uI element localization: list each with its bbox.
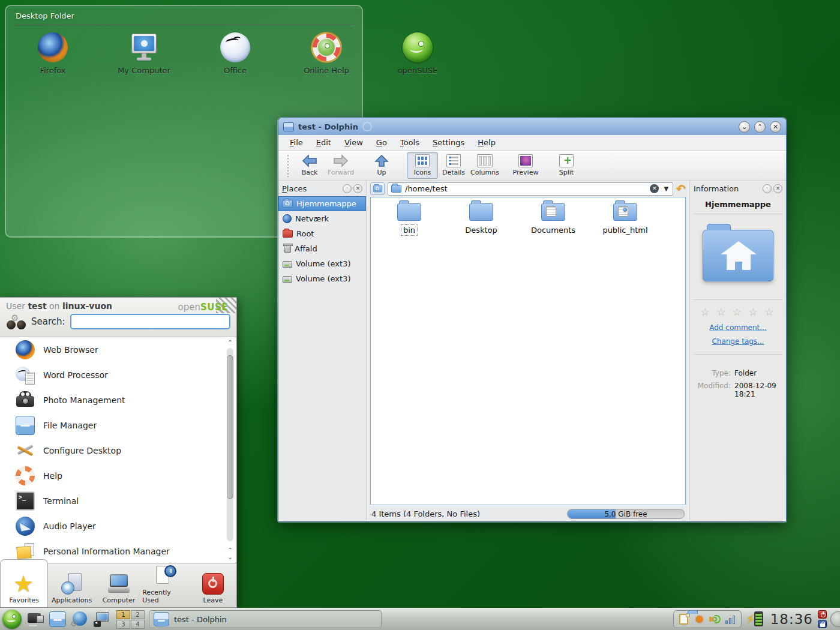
details-view-button[interactable]: Details: [438, 152, 469, 178]
columns-view-button[interactable]: Columns: [469, 152, 500, 178]
folder-view[interactable]: bin Desktop Documents public_html: [370, 197, 686, 505]
search-input[interactable]: [70, 314, 230, 329]
tab-favorites[interactable]: ★ Favorites: [0, 559, 48, 607]
tab-leave[interactable]: Leave: [190, 563, 236, 607]
kickoff-item-help[interactable]: Help: [0, 463, 236, 488]
menu-edit[interactable]: Edit: [311, 136, 337, 149]
menu-settings[interactable]: Settings: [427, 136, 470, 149]
preview-button[interactable]: Preview: [510, 152, 541, 178]
place-trash[interactable]: Affald: [278, 241, 366, 256]
desktop-2-cell[interactable]: 2: [131, 610, 145, 619]
kickoff-item-terminal[interactable]: Terminal: [0, 488, 236, 514]
file-manager-launcher-icon[interactable]: [49, 611, 66, 627]
up-button[interactable]: Up: [366, 152, 397, 178]
leave-power-icon[interactable]: [818, 610, 827, 619]
place-network[interactable]: Netværk: [278, 211, 366, 226]
hostname: linux-vuon: [62, 301, 112, 311]
scrollbar-thumb[interactable]: [227, 355, 233, 499]
menu-bar: File Edit View Go Tools Settings Help: [278, 135, 786, 151]
kickoff-item-web-browser[interactable]: Web Browser: [0, 337, 236, 362]
back-button[interactable]: Back: [294, 152, 325, 178]
desktop-1-cell[interactable]: 1: [116, 610, 130, 619]
task-button-dolphin[interactable]: test - Dolphin: [149, 610, 382, 628]
folder-item-public-html[interactable]: public_html: [592, 203, 659, 235]
rating-stars[interactable]: ☆ ☆ ☆ ☆ ☆: [690, 306, 786, 318]
digital-clock[interactable]: 18:36: [770, 611, 813, 627]
menu-file[interactable]: File: [284, 136, 308, 149]
change-tags-link[interactable]: Change tags...: [690, 337, 786, 346]
kde-daemon-tray-icon[interactable]: ✹: [694, 613, 706, 625]
home-button[interactable]: [370, 182, 385, 195]
chevron-down-icon[interactable]: ▼: [662, 185, 670, 192]
close-button[interactable]: ✕: [770, 121, 781, 133]
scroll-up-icon[interactable]: ⌃: [226, 340, 235, 346]
kickoff-item-photo-management[interactable]: Photo Management: [0, 388, 236, 413]
location-input[interactable]: /home/test ✕ ▼: [388, 182, 673, 196]
kickoff-item-configure-desktop[interactable]: Configure Desktop: [0, 438, 236, 463]
system-settings-icon[interactable]: [94, 611, 110, 627]
desktop-4-cell[interactable]: 4: [131, 620, 145, 629]
add-comment-link[interactable]: Add comment...: [690, 323, 786, 332]
network-signal-tray-icon[interactable]: [725, 613, 737, 625]
panel-toolbox-cashew[interactable]: [830, 611, 840, 627]
folder-item-bin[interactable]: bin: [376, 203, 443, 235]
close-panel-button[interactable]: ✕: [773, 184, 782, 193]
kickoff-item-audio-player[interactable]: Audio Player: [0, 514, 236, 539]
tab-applications[interactable]: Applications: [48, 563, 95, 607]
tab-computer[interactable]: Computer: [95, 563, 142, 607]
desktop-icon-opensuse[interactable]: openSUSE: [389, 32, 446, 76]
menu-view[interactable]: View: [339, 136, 368, 149]
modified-value: 2008-12-09 18:21: [734, 382, 782, 398]
scroll-up-icon[interactable]: ⌃: [226, 547, 235, 553]
split-icon: [559, 154, 574, 167]
place-home[interactable]: Hjemmemappe: [278, 196, 366, 211]
place-root[interactable]: Root: [278, 226, 366, 241]
lock-screen-icon[interactable]: [818, 620, 827, 628]
kickoff-item-file-manager[interactable]: File Manager: [0, 413, 236, 438]
toolbar-grip[interactable]: [287, 154, 289, 177]
place-volume-1[interactable]: Volume (ext3): [278, 256, 366, 271]
firefox-icon: [38, 32, 68, 62]
forward-button[interactable]: Forward: [325, 152, 356, 178]
desktop-globe-icon[interactable]: ⚙: [71, 611, 88, 627]
float-panel-button[interactable]: ◦: [343, 184, 352, 193]
battery-indicator[interactable]: ⚡: [746, 611, 764, 628]
split-button[interactable]: Split: [551, 152, 582, 178]
menu-tools[interactable]: Tools: [395, 136, 425, 149]
close-panel-button[interactable]: ✕: [353, 184, 362, 193]
desktop-icon-office[interactable]: Office: [206, 32, 264, 76]
tab-recently-used[interactable]: Recently Used: [142, 563, 189, 607]
folder-item-desktop[interactable]: Desktop: [448, 203, 515, 235]
menu-go[interactable]: Go: [371, 136, 392, 149]
item-label: Personal Information Manager: [43, 547, 170, 556]
audio-player-icon: [16, 517, 35, 536]
volume-tray-icon[interactable]: [709, 613, 721, 625]
icons-view-button[interactable]: Icons: [407, 152, 438, 179]
place-label: Volume (ext3): [296, 274, 350, 283]
undo-icon[interactable]: ↶: [676, 183, 686, 194]
kickoff-item-word-processor[interactable]: Word Processor: [0, 362, 236, 388]
maximize-button[interactable]: ⌃: [754, 121, 766, 133]
package-updater-icon[interactable]: [27, 611, 44, 627]
folder-item-documents[interactable]: Documents: [520, 203, 587, 235]
kickoff-launcher-button[interactable]: [2, 610, 22, 629]
menu-help[interactable]: Help: [472, 136, 501, 149]
clipboard-tray-icon[interactable]: [678, 613, 690, 625]
float-panel-button[interactable]: ◦: [763, 184, 772, 193]
desktop-icon-online-help[interactable]: Online Help: [298, 32, 355, 76]
word-processor-icon: [16, 365, 35, 385]
desktop-icon-my-computer[interactable]: My Computer: [115, 32, 173, 76]
virtual-desktop-pager: 1 2 3 4: [116, 610, 145, 629]
scroll-down-icon[interactable]: ⌄: [226, 554, 235, 560]
location-path[interactable]: /home/test: [405, 184, 646, 193]
minimize-button[interactable]: ⌄: [739, 121, 750, 133]
kickoff-header: User test on linux-vuon openSUSE ⚙ Searc…: [0, 298, 236, 337]
desktop-3-cell[interactable]: 3: [116, 620, 130, 629]
pim-icon: [16, 542, 35, 561]
title-bar[interactable]: test - Dolphin ⌄ ⌃ ✕: [278, 118, 786, 135]
folder-icon: [397, 203, 421, 221]
clear-location-icon[interactable]: ✕: [650, 184, 659, 193]
place-volume-2[interactable]: Volume (ext3): [278, 271, 366, 286]
desktop-icon-firefox[interactable]: Firefox: [24, 32, 82, 76]
scrollbar[interactable]: ⌃ ⌃ ⌄: [226, 340, 235, 560]
